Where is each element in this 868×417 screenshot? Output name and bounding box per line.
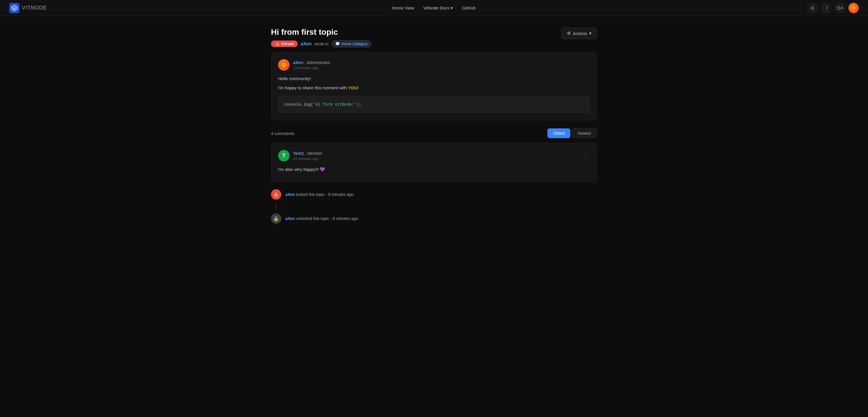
comment-more-button[interactable]: ... xyxy=(580,151,590,160)
nav-vitnode-docs[interactable]: VitNode Docs ▾ xyxy=(423,5,453,11)
code-string: 'Hi form VitNode!' xyxy=(313,102,356,107)
post-timestamp: 13 minutes ago xyxy=(293,66,330,70)
unlock-activity-icon: 🔓 xyxy=(271,213,281,224)
nav-home-view[interactable]: Home View xyxy=(392,5,414,10)
gear-icon: ⚙ xyxy=(567,31,570,36)
comment-author-name-link[interactable]: Test1 xyxy=(293,151,304,156)
actions-button[interactable]: ⚙ Actions ▾ xyxy=(561,28,597,39)
first-post: 🔶 aXen , Administrator 13 minutes ago ..… xyxy=(271,52,597,120)
topic-title: Hi from first topic xyxy=(271,28,371,37)
comment-author-avatar: T xyxy=(278,150,290,161)
category-icon: 💬 xyxy=(335,42,340,46)
author-name-link[interactable]: aXen xyxy=(293,60,303,65)
status-badge: 🔒 Closed xyxy=(271,40,298,47)
lock-icon: 🔒 xyxy=(275,42,280,46)
nav-actions: ⊙ ☽ 文A 🔶 xyxy=(807,3,859,13)
logo[interactable]: VITNODE xyxy=(9,3,47,13)
post-line2: I'm happy to share this moment with YOU! xyxy=(278,84,590,91)
topic-meta: 🔒 Closed aXen wrote in 💬 Home Category xyxy=(271,40,371,48)
post-author: 🔶 aXen , Administrator 13 minutes ago xyxy=(278,59,330,71)
avatar[interactable]: 🔶 xyxy=(848,3,859,13)
activity-unlock-author[interactable]: aXen xyxy=(285,216,295,221)
comment-author-info: Test1 , Member 10 minutes ago xyxy=(293,151,322,161)
chevron-down-icon: ▾ xyxy=(589,31,592,36)
translate-icon: 文A xyxy=(837,5,843,11)
comments-count: 4 comments xyxy=(271,131,294,136)
topic-header: Hi from first topic 🔒 Closed aXen wrote … xyxy=(271,28,597,48)
wrote-in-text: wrote in xyxy=(315,42,329,46)
post-content: Hello community! I'm happy to share this… xyxy=(278,75,590,113)
post-more-button[interactable]: ... xyxy=(580,61,590,69)
comment-author: T Test1 , Member 10 minutes ago xyxy=(278,150,322,161)
sort-oldest-button[interactable]: Oldest xyxy=(547,128,570,138)
unlock-icon: 🔓 xyxy=(273,216,279,221)
comments-header: 4 comments Oldest Newest xyxy=(271,128,597,138)
main-content: Hi from first topic 🔒 Closed aXen wrote … xyxy=(262,16,606,239)
sort-newest-button[interactable]: Newest xyxy=(571,128,597,138)
activity-unlock-text: aXen unlocked this topic - 8 minutes ago… xyxy=(285,216,359,221)
comment-author-role: , Member xyxy=(305,151,322,156)
nav-links: Home View VitNode Docs ▾ GitHub xyxy=(61,5,807,11)
comment-header: T Test1 , Member 10 minutes ago ... xyxy=(278,150,590,161)
avatar-emoji: 🔶 xyxy=(280,61,288,68)
code-method: log xyxy=(303,102,311,107)
author-avatar: 🔶 xyxy=(278,59,290,71)
sort-buttons: Oldest Newest xyxy=(547,128,597,138)
topic-author-link[interactable]: aXen xyxy=(301,41,311,47)
lock-activity-icon: 🔒 xyxy=(271,189,281,200)
comment-content: I'm also very happy!!! 💜 xyxy=(278,166,590,173)
comment-card-1: T Test1 , Member 10 minutes ago ... I'm … xyxy=(271,143,597,182)
logo-text: VITNODE xyxy=(22,5,47,11)
avatar-icon: 🔶 xyxy=(850,5,857,11)
search-icon-btn[interactable]: ⊙ xyxy=(807,3,817,13)
highlighted-text: YOU xyxy=(348,85,358,90)
code-keyword: console xyxy=(284,102,301,107)
comment-text: I'm also very happy!!! 💜 xyxy=(278,166,590,173)
moon-icon: ☽ xyxy=(824,5,828,11)
nav-github[interactable]: GitHub xyxy=(462,5,476,10)
activity-unlock: 🔓 aXen unlocked this topic - 8 minutes a… xyxy=(271,210,597,227)
navbar: VITNODE Home View VitNode Docs ▾ GitHub … xyxy=(0,0,868,16)
category-badge[interactable]: 💬 Home Category xyxy=(332,40,371,48)
author-info: aXen , Administrator 13 minutes ago xyxy=(293,60,330,70)
lock-icon: 🔒 xyxy=(273,192,279,197)
comment-timestamp: 10 minutes ago xyxy=(293,156,322,161)
dark-mode-btn[interactable]: ☽ xyxy=(821,3,831,13)
author-name-role: aXen , Administrator xyxy=(293,60,330,65)
activity-lock-text: aXen locked this topic - 8 minutes ago. xyxy=(285,192,354,197)
activity-section: 🔒 aXen locked this topic - 8 minutes ago… xyxy=(271,186,597,227)
post-line1: Hello community! xyxy=(278,75,590,82)
search-icon: ⊙ xyxy=(811,5,814,11)
comment-author-name-role: Test1 , Member xyxy=(293,151,322,156)
author-role: , Administrator xyxy=(305,60,330,65)
topic-title-section: Hi from first topic 🔒 Closed aXen wrote … xyxy=(271,28,371,48)
code-block: console.log('Hi form VitNode!'); xyxy=(278,96,590,113)
translate-btn[interactable]: 文A xyxy=(835,3,845,13)
activity-lock: 🔒 aXen locked this topic - 8 minutes ago… xyxy=(271,186,597,203)
chevron-down-icon: ▾ xyxy=(451,5,453,11)
post-header: 🔶 aXen , Administrator 13 minutes ago ..… xyxy=(278,59,590,71)
activity-lock-author[interactable]: aXen xyxy=(285,192,295,197)
